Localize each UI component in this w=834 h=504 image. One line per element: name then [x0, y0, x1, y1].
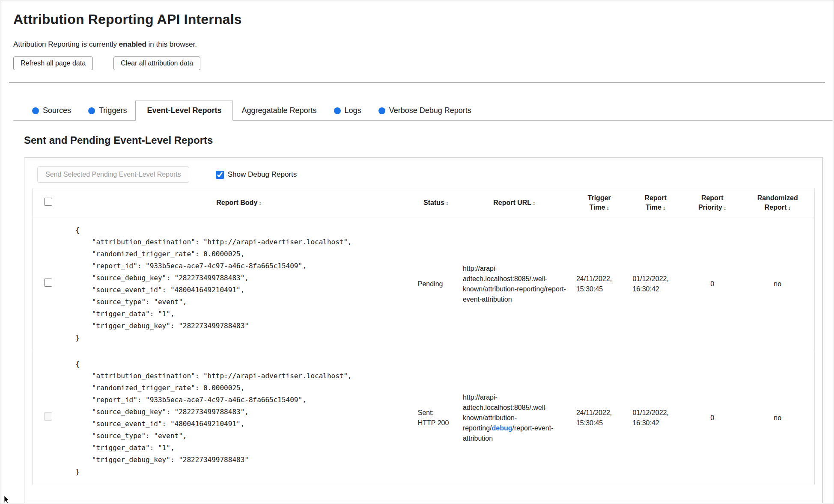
report-body-cell: { "attribution_destination": "http://ara…	[63, 217, 414, 351]
trigger-time-cell: 24/11/2022, 15:30:45	[571, 217, 628, 351]
column-header-randomized-report[interactable]: Randomized Report↕	[741, 189, 814, 217]
trigger-time-cell: 24/11/2022, 15:30:45	[571, 351, 628, 485]
randomized-report-cell: no	[741, 217, 814, 351]
header-divider	[9, 82, 825, 83]
report-body-json: { "attribution_destination": "http://ara…	[75, 224, 409, 344]
mouse-cursor-icon	[4, 496, 10, 504]
tab-triggers[interactable]: Triggers	[80, 101, 135, 120]
status-dot-icon	[378, 107, 385, 114]
tab-label: Event-Level Reports	[147, 106, 221, 115]
tab-aggregatable-reports[interactable]: Aggregatable Reports	[233, 101, 325, 120]
status-text-suffix: in this browser.	[146, 40, 197, 48]
section-title: Sent and Pending Event-Level Reports	[24, 134, 823, 146]
sort-icon: ↕	[788, 205, 791, 211]
status-cell: Pending	[414, 217, 458, 351]
status-enabled-text: enabled	[119, 40, 146, 48]
column-header-report-priority[interactable]: Report Priority↕	[684, 189, 741, 217]
tab-label: Triggers	[99, 106, 127, 115]
row-select-cell	[33, 217, 64, 351]
page-toolbar: Refresh all page data Clear all attribut…	[13, 56, 821, 70]
column-header-status[interactable]: Status↕	[414, 189, 458, 217]
sort-icon: ↕	[724, 205, 727, 211]
report-body-json: { "attribution_destination": "http://ara…	[75, 358, 409, 478]
sort-icon: ↕	[663, 205, 666, 211]
randomized-report-cell: no	[741, 351, 814, 485]
row-select-cell	[33, 351, 64, 485]
report-url-cell: http://arapi-adtech.localhost:8085/.well…	[458, 351, 571, 485]
select-all-checkbox[interactable]	[44, 198, 52, 206]
tab-event-level-reports[interactable]: Event-Level Reports	[135, 101, 233, 121]
status-cell: Sent: HTTP 200	[414, 351, 458, 485]
tab-label: Aggregatable Reports	[241, 106, 316, 115]
status-text-prefix: Attribution Reporting is currently	[13, 40, 119, 48]
tab-sources[interactable]: Sources	[24, 101, 80, 120]
send-selected-button[interactable]: Send Selected Pending Event-Level Report…	[37, 166, 189, 183]
show-debug-toggle[interactable]: Show Debug Reports	[216, 170, 297, 179]
reports-toolbar: Send Selected Pending Event-Level Report…	[32, 166, 815, 183]
row-select-checkbox[interactable]	[44, 412, 52, 421]
status-dot-icon	[88, 107, 95, 114]
report-body-cell: { "attribution_destination": "http://ara…	[63, 351, 414, 485]
tab-verbose-debug-reports[interactable]: Verbose Debug Reports	[370, 101, 480, 120]
debug-url-link[interactable]: debug	[491, 424, 512, 432]
tab-label: Sources	[43, 106, 71, 115]
reports-panel: Send Selected Pending Event-Level Report…	[24, 157, 823, 503]
report-url-cell: http://arapi-adtech.localhost:8085/.well…	[458, 217, 571, 351]
report-time-cell: 01/12/2022, 16:30:42	[627, 217, 684, 351]
tab-bar: Sources Triggers Event-Level Reports Agg…	[13, 101, 833, 121]
sort-icon: ↕	[446, 200, 449, 206]
report-time-cell: 01/12/2022, 16:30:42	[627, 351, 684, 485]
select-all-header-cell	[33, 189, 64, 217]
sort-icon: ↕	[606, 205, 609, 211]
report-priority-cell: 0	[684, 351, 741, 485]
clear-all-button[interactable]: Clear all attribution data	[113, 56, 200, 70]
tab-label: Verbose Debug Reports	[389, 106, 471, 115]
refresh-all-button[interactable]: Refresh all page data	[13, 56, 93, 70]
event-level-reports-table: Report Body↕ Status↕ Report URL↕ Trigger…	[32, 189, 815, 485]
column-header-report-url[interactable]: Report URL↕	[458, 189, 571, 217]
report-row: { "attribution_destination": "http://ara…	[33, 217, 815, 351]
show-debug-checkbox[interactable]	[216, 171, 224, 179]
sort-icon: ↕	[533, 200, 536, 206]
show-debug-label: Show Debug Reports	[228, 170, 297, 179]
status-dot-icon	[32, 107, 39, 114]
page-title: Attribution Reporting API Internals	[13, 12, 821, 27]
report-priority-cell: 0	[684, 217, 741, 351]
attribution-internals-page: Attribution Reporting API Internals Attr…	[0, 0, 834, 504]
column-header-trigger-time[interactable]: Trigger Time↕	[571, 189, 628, 217]
tab-logs[interactable]: Logs	[325, 101, 370, 120]
sort-icon: ↕	[259, 200, 262, 206]
row-select-checkbox[interactable]	[44, 279, 52, 287]
report-row: { "attribution_destination": "http://ara…	[33, 351, 815, 485]
table-header-row: Report Body↕ Status↕ Report URL↕ Trigger…	[33, 189, 815, 217]
report-url-text: http://arapi-adtech.localhost:8085/.well…	[463, 265, 566, 303]
page-header: Attribution Reporting API Internals Attr…	[0, 0, 834, 83]
column-header-report-body[interactable]: Report Body↕	[63, 189, 414, 217]
column-header-report-time[interactable]: Report Time↕	[627, 189, 684, 217]
tab-label: Logs	[345, 106, 361, 115]
feature-status-text: Attribution Reporting is currently enabl…	[13, 40, 821, 49]
status-dot-icon	[334, 107, 341, 114]
